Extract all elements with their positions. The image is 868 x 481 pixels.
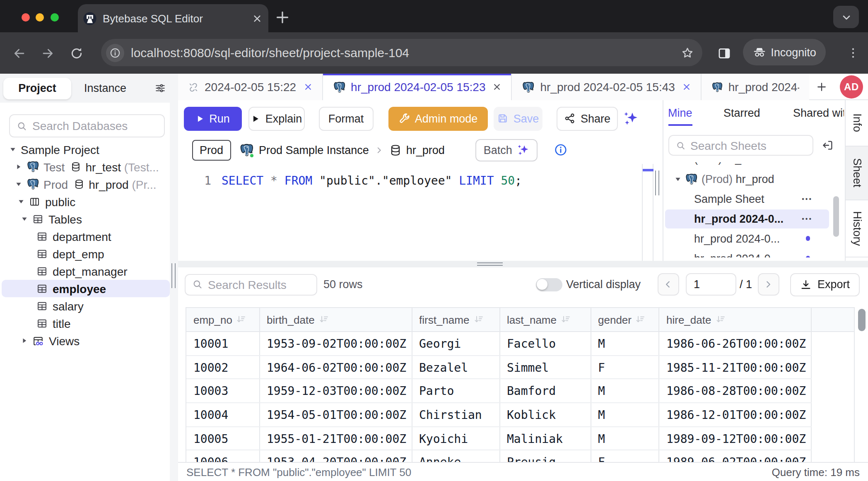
import-sheet-icon[interactable]	[822, 139, 834, 152]
sheet-menu-icon[interactable]: •••	[802, 195, 813, 202]
browser-menu-icon[interactable]	[846, 46, 860, 60]
table-row[interactable]: 100011953-09-02T00:00:00ZGeorgiFacelloM1…	[186, 332, 854, 355]
next-page-button[interactable]	[757, 273, 779, 296]
reload-icon[interactable]	[70, 46, 84, 60]
close-tab-icon[interactable]	[304, 83, 312, 91]
run-button[interactable]: Run	[183, 106, 241, 130]
admin-mode-button[interactable]: Admin mode	[388, 106, 487, 130]
tree-item-tables[interactable]: Tables	[0, 210, 170, 228]
close-tab-icon[interactable]	[253, 14, 262, 23]
column-header-birth_date[interactable]: birth_date	[259, 308, 412, 332]
results-search-input[interactable]: Search Results	[185, 274, 317, 295]
tree-item-salary[interactable]: salary	[0, 297, 170, 315]
address-bar[interactable]: localhost:8080/sql-editor/sheet/project-…	[101, 39, 702, 66]
column-header-gender[interactable]: gender	[591, 308, 659, 332]
format-button[interactable]: Format	[319, 106, 373, 130]
tree-item-test[interactable]: Testhr_test (Test...	[0, 158, 170, 176]
batch-button[interactable]: Batch	[475, 139, 538, 161]
site-info-chip[interactable]	[106, 43, 124, 62]
side-tab-history[interactable]: History	[845, 200, 868, 257]
scrollbar-thumb[interactable]	[833, 196, 839, 237]
close-tab-icon[interactable]	[493, 83, 501, 91]
sheet-item-partial-top[interactable]: (Test) hr_test	[663, 162, 831, 169]
results-scrollbar-thumb[interactable]	[858, 308, 866, 331]
prev-page-button[interactable]	[657, 273, 679, 296]
tab-instance[interactable]: Instance	[71, 77, 139, 99]
environment-chip[interactable]: Prod	[192, 140, 231, 161]
forward-icon[interactable]	[41, 46, 55, 60]
zoom-window-button[interactable]	[50, 13, 58, 21]
editor-sheet-splitter[interactable]	[653, 164, 663, 261]
side-panel-icon[interactable]	[717, 46, 731, 60]
column-header-hire_date[interactable]: hire_date	[659, 308, 811, 332]
sheet-tab-shared-with-me[interactable]: Shared with me	[793, 107, 844, 126]
instance-name[interactable]: Prod Sample Instance	[259, 144, 369, 156]
editor-tab-4[interactable]: hr_prod 2024-0	[702, 74, 809, 100]
tree-item-title[interactable]: title	[0, 315, 170, 332]
explain-button[interactable]: Explain	[248, 106, 305, 130]
database-search-input[interactable]: Search Databases	[9, 114, 165, 137]
sheet-list-scrollbar[interactable]	[831, 162, 841, 257]
tree-item-public[interactable]: public	[0, 193, 170, 210]
tree-caret-icon[interactable]	[15, 164, 21, 170]
tree-item-department[interactable]: department	[0, 228, 170, 245]
sidebar-splitter[interactable]	[170, 74, 178, 481]
tree-item-views[interactable]: Views	[0, 332, 170, 349]
column-header-first_name[interactable]: first_name	[412, 308, 499, 332]
sheet-item-row[interactable]: hr_prod 2024-0...•••	[663, 209, 831, 228]
sheet-caret-icon[interactable]	[675, 176, 681, 182]
new-tab-button[interactable]	[274, 9, 291, 26]
share-button[interactable]: Share	[557, 106, 618, 130]
new-sheet-tab-button[interactable]	[809, 74, 834, 99]
table-row[interactable]: 100031959-12-03T00:00:00ZPartoBamfordM19…	[186, 379, 854, 403]
editor-tab-1[interactable]: 2024-02-05 15:22	[178, 74, 323, 100]
sheet-group-row[interactable]: (Prod) hr_prod	[663, 169, 831, 189]
tree-item-prod[interactable]: Prodhr_prod (Pr...	[0, 176, 170, 193]
browser-tab[interactable]: Bytebase SQL Editor	[78, 4, 268, 32]
tree-caret-icon[interactable]	[22, 338, 27, 344]
tree-item-employee[interactable]: employee	[0, 280, 170, 297]
close-tab-icon[interactable]	[682, 83, 691, 91]
sheet-search-input[interactable]: Search Sheets	[668, 135, 813, 156]
editor-scrollbar[interactable]	[642, 164, 653, 261]
results-splitter[interactable]	[178, 261, 868, 267]
column-header-last_name[interactable]: last_name	[499, 308, 591, 332]
tree-caret-icon[interactable]	[10, 147, 16, 152]
sheet-item-row[interactable]: Sample Sheet•••	[663, 189, 831, 209]
table-row[interactable]: 100051955-01-21T00:00:00ZKyoichiMaliniak…	[186, 427, 854, 450]
ai-sparkles-icon[interactable]	[622, 111, 638, 126]
sheet-tab-starred[interactable]: Starred	[723, 107, 760, 126]
sheet-menu-icon[interactable]: •••	[802, 215, 813, 222]
bookmark-star-icon[interactable]	[681, 46, 694, 59]
filter-sliders-icon[interactable]	[155, 83, 166, 94]
column-header-emp_no[interactable]: emp_no	[186, 308, 259, 332]
tree-item-sample-project[interactable]: Sample Project	[0, 141, 170, 158]
export-button[interactable]: Export	[790, 273, 860, 296]
editor-tab-3[interactable]: hr_prod 2024-02-05 15:43	[512, 74, 701, 100]
sql-editor[interactable]: 1 SELECT * FROM "public"."employee" LIMI…	[178, 164, 663, 261]
tab-project[interactable]: Project	[3, 77, 71, 99]
sheet-item-row[interactable]: hr_prod 2024-0...	[663, 228, 831, 248]
table-row[interactable]: 100041954-05-01T00:00:00ZChirstianKoblic…	[186, 403, 854, 426]
database-name[interactable]: hr_prod	[406, 144, 445, 156]
side-tab-info[interactable]: Info	[845, 100, 868, 146]
sheet-item-row[interactable]: hr_prod 2024-0	[663, 248, 831, 257]
tree-item-dept_emp[interactable]: dept_emp	[0, 245, 170, 262]
table-row[interactable]: 100021964-06-02T00:00:00ZBezalelSimmelF1…	[186, 355, 854, 379]
editor-tab-2[interactable]: hr_prod 2024-02-05 15:23	[323, 74, 512, 100]
vertical-display-toggle[interactable]	[535, 278, 562, 291]
sheet-tab-mine[interactable]: Mine	[668, 107, 692, 126]
table-row[interactable]: 100061953-04-20T00:00:00ZAnnekePreusigF1…	[186, 450, 854, 462]
minimize-window-button[interactable]	[36, 13, 44, 21]
info-circle-icon[interactable]	[555, 144, 568, 157]
save-button[interactable]: Save	[493, 106, 542, 130]
side-tab-sheet[interactable]: Sheet	[845, 146, 868, 200]
tree-caret-icon[interactable]	[22, 216, 27, 222]
tree-item-dept_manager[interactable]: dept_manager	[0, 262, 170, 280]
tab-search-button[interactable]	[833, 6, 859, 28]
close-window-button[interactable]	[21, 13, 29, 21]
avatar[interactable]: AD	[840, 75, 863, 99]
back-icon[interactable]	[12, 46, 27, 60]
page-input[interactable]: 1	[685, 273, 736, 296]
tree-caret-icon[interactable]	[18, 199, 24, 204]
